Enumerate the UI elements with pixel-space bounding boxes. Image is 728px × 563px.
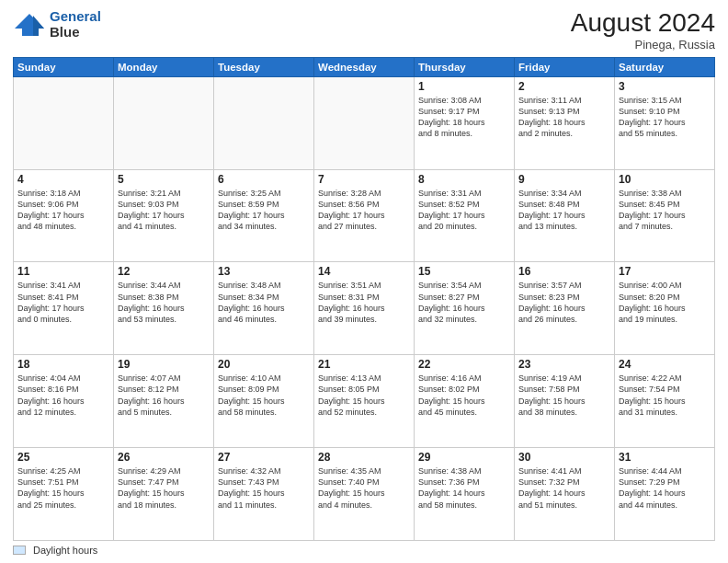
day-info-1: Sunrise: 3:08 AM Sunset: 9:17 PM Dayligh… — [418, 95, 510, 140]
day-info-17: Sunrise: 4:00 AM Sunset: 8:20 PM Dayligh… — [619, 280, 711, 325]
day-cell-22: 22Sunrise: 4:16 AM Sunset: 8:02 PM Dayli… — [415, 355, 515, 448]
day-number-7: 7 — [318, 173, 410, 186]
day-number-28: 28 — [318, 451, 410, 464]
day-cell-12: 12Sunrise: 3:44 AM Sunset: 8:38 PM Dayli… — [114, 262, 214, 355]
day-info-9: Sunrise: 3:34 AM Sunset: 8:48 PM Dayligh… — [518, 188, 610, 233]
day-number-16: 16 — [518, 265, 610, 278]
day-cell-18: 18Sunrise: 4:04 AM Sunset: 8:16 PM Dayli… — [14, 355, 114, 448]
weekday-header-monday: Monday — [114, 57, 214, 76]
logo-general: General — [50, 8, 101, 24]
day-cell-24: 24Sunrise: 4:22 AM Sunset: 7:54 PM Dayli… — [615, 355, 715, 448]
day-info-30: Sunrise: 4:41 AM Sunset: 7:32 PM Dayligh… — [518, 465, 610, 511]
day-info-31: Sunrise: 4:44 AM Sunset: 7:29 PM Dayligh… — [619, 465, 711, 511]
footer: Daylight hours — [13, 545, 715, 556]
logo-blue: Blue — [50, 24, 80, 40]
week-row-3: 18Sunrise: 4:04 AM Sunset: 8:16 PM Dayli… — [14, 355, 715, 448]
day-cell-6: 6Sunrise: 3:25 AM Sunset: 8:59 PM Daylig… — [214, 169, 314, 262]
day-number-22: 22 — [418, 358, 510, 371]
weekday-header-saturday: Saturday — [615, 57, 715, 76]
logo-text: General Blue — [50, 9, 101, 40]
day-info-6: Sunrise: 3:25 AM Sunset: 8:59 PM Dayligh… — [218, 188, 310, 233]
day-number-11: 11 — [17, 265, 109, 278]
day-number-18: 18 — [17, 358, 109, 371]
day-number-10: 10 — [619, 173, 711, 186]
day-number-19: 19 — [118, 358, 210, 371]
empty-cell — [14, 76, 114, 169]
day-info-25: Sunrise: 4:25 AM Sunset: 7:51 PM Dayligh… — [17, 465, 109, 511]
day-info-8: Sunrise: 3:31 AM Sunset: 8:52 PM Dayligh… — [418, 188, 510, 233]
day-number-12: 12 — [118, 265, 210, 278]
day-number-5: 5 — [118, 173, 210, 186]
day-number-17: 17 — [619, 265, 711, 278]
day-cell-4: 4Sunrise: 3:18 AM Sunset: 9:06 PM Daylig… — [14, 169, 114, 262]
week-row-1: 4Sunrise: 3:18 AM Sunset: 9:06 PM Daylig… — [14, 169, 715, 262]
day-cell-30: 30Sunrise: 4:41 AM Sunset: 7:32 PM Dayli… — [515, 448, 615, 541]
day-info-21: Sunrise: 4:13 AM Sunset: 8:05 PM Dayligh… — [318, 373, 410, 418]
weekday-header-friday: Friday — [515, 57, 615, 76]
day-cell-9: 9Sunrise: 3:34 AM Sunset: 8:48 PM Daylig… — [515, 169, 615, 262]
day-cell-23: 23Sunrise: 4:19 AM Sunset: 7:58 PM Dayli… — [515, 355, 615, 448]
title-block: August 2024 Pinega, Russia — [571, 9, 715, 52]
day-cell-29: 29Sunrise: 4:38 AM Sunset: 7:36 PM Dayli… — [415, 448, 515, 541]
day-cell-10: 10Sunrise: 3:38 AM Sunset: 8:45 PM Dayli… — [615, 169, 715, 262]
page: General Blue August 2024 Pinega, Russia … — [0, 0, 728, 563]
day-info-10: Sunrise: 3:38 AM Sunset: 8:45 PM Dayligh… — [619, 188, 711, 233]
daylight-legend-box — [13, 546, 26, 555]
weekday-header-sunday: Sunday — [14, 57, 114, 76]
day-info-14: Sunrise: 3:51 AM Sunset: 8:31 PM Dayligh… — [318, 280, 410, 325]
day-number-26: 26 — [118, 451, 210, 464]
weekday-header-wednesday: Wednesday — [314, 57, 415, 76]
day-info-28: Sunrise: 4:35 AM Sunset: 7:40 PM Dayligh… — [318, 465, 410, 511]
day-cell-8: 8Sunrise: 3:31 AM Sunset: 8:52 PM Daylig… — [415, 169, 515, 262]
day-number-29: 29 — [418, 451, 510, 464]
day-info-22: Sunrise: 4:16 AM Sunset: 8:02 PM Dayligh… — [418, 373, 510, 418]
week-row-0: 1Sunrise: 3:08 AM Sunset: 9:17 PM Daylig… — [14, 76, 715, 169]
empty-cell — [314, 76, 415, 169]
day-info-24: Sunrise: 4:22 AM Sunset: 7:54 PM Dayligh… — [619, 373, 711, 418]
day-info-16: Sunrise: 3:57 AM Sunset: 8:23 PM Dayligh… — [518, 280, 610, 325]
day-info-4: Sunrise: 3:18 AM Sunset: 9:06 PM Dayligh… — [17, 188, 109, 233]
day-cell-17: 17Sunrise: 4:00 AM Sunset: 8:20 PM Dayli… — [615, 262, 715, 355]
day-number-25: 25 — [17, 451, 109, 464]
logo: General Blue — [13, 9, 101, 40]
day-number-13: 13 — [218, 265, 310, 278]
day-number-30: 30 — [518, 451, 610, 464]
day-cell-1: 1Sunrise: 3:08 AM Sunset: 9:17 PM Daylig… — [415, 76, 515, 169]
day-info-7: Sunrise: 3:28 AM Sunset: 8:56 PM Dayligh… — [318, 188, 410, 233]
day-info-5: Sunrise: 3:21 AM Sunset: 9:03 PM Dayligh… — [118, 188, 210, 233]
day-number-31: 31 — [619, 451, 711, 464]
day-number-15: 15 — [418, 265, 510, 278]
day-cell-13: 13Sunrise: 3:48 AM Sunset: 8:34 PM Dayli… — [214, 262, 314, 355]
day-cell-16: 16Sunrise: 3:57 AM Sunset: 8:23 PM Dayli… — [515, 262, 615, 355]
day-info-29: Sunrise: 4:38 AM Sunset: 7:36 PM Dayligh… — [418, 465, 510, 511]
weekday-header-row: SundayMondayTuesdayWednesdayThursdayFrid… — [14, 57, 715, 76]
empty-cell — [214, 76, 314, 169]
day-info-2: Sunrise: 3:11 AM Sunset: 9:13 PM Dayligh… — [518, 95, 610, 140]
day-cell-5: 5Sunrise: 3:21 AM Sunset: 9:03 PM Daylig… — [114, 169, 214, 262]
day-cell-3: 3Sunrise: 3:15 AM Sunset: 9:10 PM Daylig… — [615, 76, 715, 169]
day-cell-14: 14Sunrise: 3:51 AM Sunset: 8:31 PM Dayli… — [314, 262, 415, 355]
week-row-2: 11Sunrise: 3:41 AM Sunset: 8:41 PM Dayli… — [14, 262, 715, 355]
day-number-24: 24 — [619, 358, 711, 371]
day-number-1: 1 — [418, 80, 510, 93]
day-cell-2: 2Sunrise: 3:11 AM Sunset: 9:13 PM Daylig… — [515, 76, 615, 169]
day-number-8: 8 — [418, 173, 510, 186]
day-number-3: 3 — [619, 80, 711, 93]
day-number-27: 27 — [218, 451, 310, 464]
day-cell-27: 27Sunrise: 4:32 AM Sunset: 7:43 PM Dayli… — [214, 448, 314, 541]
daylight-legend-label: Daylight hours — [33, 545, 97, 556]
weekday-header-tuesday: Tuesday — [214, 57, 314, 76]
day-info-12: Sunrise: 3:44 AM Sunset: 8:38 PM Dayligh… — [118, 280, 210, 325]
day-info-23: Sunrise: 4:19 AM Sunset: 7:58 PM Dayligh… — [518, 373, 610, 418]
day-cell-20: 20Sunrise: 4:10 AM Sunset: 8:09 PM Dayli… — [214, 355, 314, 448]
day-info-3: Sunrise: 3:15 AM Sunset: 9:10 PM Dayligh… — [619, 95, 711, 140]
day-number-21: 21 — [318, 358, 410, 371]
month-year: August 2024 — [571, 9, 715, 38]
day-cell-31: 31Sunrise: 4:44 AM Sunset: 7:29 PM Dayli… — [615, 448, 715, 541]
empty-cell — [114, 76, 214, 169]
day-cell-19: 19Sunrise: 4:07 AM Sunset: 8:12 PM Dayli… — [114, 355, 214, 448]
day-cell-15: 15Sunrise: 3:54 AM Sunset: 8:27 PM Dayli… — [415, 262, 515, 355]
day-info-20: Sunrise: 4:10 AM Sunset: 8:09 PM Dayligh… — [218, 373, 310, 418]
day-info-18: Sunrise: 4:04 AM Sunset: 8:16 PM Dayligh… — [17, 373, 109, 418]
calendar-table: SundayMondayTuesdayWednesdayThursdayFrid… — [13, 57, 715, 541]
